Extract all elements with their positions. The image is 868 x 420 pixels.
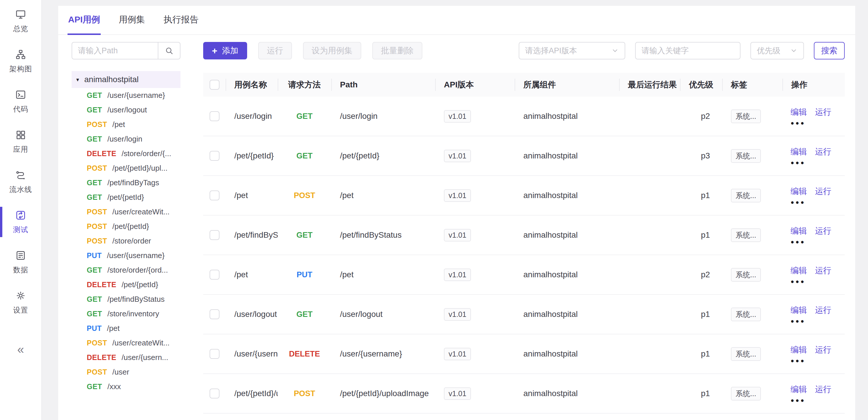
sidebar-item-settings[interactable]: 设置 [0, 288, 41, 316]
run-link[interactable]: 运行 [815, 107, 831, 118]
tree-item[interactable]: POST /user [72, 365, 181, 379]
sidebar-item-architecture[interactable]: 架构图 [0, 47, 41, 75]
sidebar-item-test[interactable]: 测试 [0, 208, 41, 236]
code-icon [15, 89, 26, 101]
more-icon[interactable]: ●●● [790, 160, 805, 166]
edit-link[interactable]: 编辑 [790, 226, 807, 237]
tree-item[interactable]: PUT /pet [72, 321, 181, 335]
tag-badge[interactable]: 系统... [731, 189, 761, 203]
table-row: /pet/{petId}/u... POST /pet/{petId}/uplo… [203, 374, 845, 414]
cell-last-result [619, 215, 680, 254]
tree-item-method: DELETE [87, 149, 117, 158]
more-icon[interactable]: ●●● [790, 397, 805, 403]
tree-item-method: GET [87, 383, 102, 391]
tree-root-animalhostpital[interactable]: ▾ animalhostpital [72, 71, 181, 88]
path-search-button[interactable] [158, 42, 181, 59]
table-row: /user/{userna... DELETE /user/{username}… [203, 334, 845, 374]
set-suite-button[interactable]: 设为用例集 [303, 42, 361, 59]
edit-link[interactable]: 编辑 [790, 186, 807, 197]
tree-item[interactable]: PUT /user/{username} [72, 248, 181, 263]
tree-item[interactable]: POST /user/createWit... [72, 205, 181, 219]
tree-item[interactable]: GET /store/inventory [72, 306, 181, 321]
run-link[interactable]: 运行 [815, 344, 831, 355]
cell-last-result [619, 136, 680, 175]
tree-item[interactable]: DELETE /pet/{petId} [72, 277, 181, 292]
sidebar-item-monitor[interactable]: 总览 [0, 7, 41, 35]
more-icon[interactable]: ●●● [790, 120, 805, 126]
tree-item[interactable]: GET /pet/findByStatus [72, 292, 181, 306]
tree-item[interactable]: GET /xxx [72, 379, 181, 394]
api-version-select[interactable]: 请选择API版本 [519, 42, 625, 59]
run-link[interactable]: 运行 [815, 384, 831, 395]
sidebar-item-code[interactable]: 代码 [0, 87, 41, 115]
more-icon[interactable]: ●●● [790, 278, 805, 284]
tree-item[interactable]: DELETE /store/order/{... [72, 146, 181, 161]
tree-item[interactable]: POST /pet/{petId}/upl... [72, 161, 181, 175]
tree-item[interactable]: GET /pet/{petId} [72, 190, 181, 205]
path-search-input[interactable] [72, 42, 158, 59]
tag-badge[interactable]: 系统... [731, 228, 761, 242]
cell-last-result [619, 334, 680, 373]
row-checkbox[interactable] [210, 111, 219, 121]
select-all-checkbox[interactable] [210, 80, 219, 90]
sidebar-item-label: 架构图 [9, 64, 32, 74]
run-link[interactable]: 运行 [815, 226, 831, 237]
tag-badge[interactable]: 系统... [731, 307, 761, 321]
edit-link[interactable]: 编辑 [790, 146, 807, 157]
row-checkbox[interactable] [210, 309, 219, 319]
run-link[interactable]: 运行 [815, 305, 831, 316]
tree-root-label: animalhostpital [85, 75, 139, 84]
collapse-sidebar-icon[interactable]: « [0, 342, 41, 357]
row-checkbox[interactable] [210, 230, 219, 240]
more-icon[interactable]: ●●● [790, 239, 805, 245]
more-icon[interactable]: ●●● [790, 199, 805, 205]
sidebar-item-data[interactable]: 数据 [0, 248, 41, 276]
edit-link[interactable]: 编辑 [790, 305, 807, 316]
tree-item[interactable]: POST /user/createWit... [72, 335, 181, 350]
tree-item[interactable]: GET /user/logout [72, 102, 181, 117]
run-link[interactable]: 运行 [815, 146, 831, 157]
tree-item[interactable]: POST /pet/{petId} [72, 219, 181, 234]
run-button[interactable]: 运行 [258, 42, 292, 59]
tag-badge[interactable]: 系统... [731, 110, 761, 123]
row-checkbox[interactable] [210, 190, 219, 200]
edit-link[interactable]: 编辑 [790, 384, 807, 395]
edit-link[interactable]: 编辑 [790, 107, 807, 118]
tab-用例集[interactable]: 用例集 [118, 6, 146, 35]
tree-item[interactable]: GET /pet/findByTags [72, 175, 181, 190]
tag-badge[interactable]: 系统... [731, 268, 761, 282]
tree-item[interactable]: DELETE /user/{usern... [72, 350, 181, 365]
tree-item[interactable]: POST /store/order [72, 234, 181, 248]
edit-link[interactable]: 编辑 [790, 344, 807, 355]
row-checkbox[interactable] [210, 389, 219, 398]
more-icon[interactable]: ●●● [790, 318, 805, 324]
tree-item[interactable]: GET /user/login [72, 132, 181, 146]
keyword-input[interactable] [635, 42, 741, 59]
priority-select[interactable]: 优先级 [750, 42, 804, 59]
tree-item[interactable]: POST /pet [72, 117, 181, 132]
run-link[interactable]: 运行 [815, 186, 831, 197]
search-button[interactable]: 搜索 [814, 42, 845, 59]
sidebar-item-apps[interactable]: 应用 [0, 127, 41, 155]
more-icon[interactable]: ●●● [790, 358, 805, 363]
sidebar-item-pipeline[interactable]: 流水线 [0, 168, 41, 196]
apps-icon [15, 129, 26, 142]
tree-item[interactable]: GET /user/{username} [72, 88, 181, 102]
row-checkbox[interactable] [210, 151, 219, 161]
edit-link[interactable]: 编辑 [790, 265, 807, 276]
chevron-down-icon [611, 47, 619, 55]
tab-执行报告[interactable]: 执行报告 [163, 6, 199, 35]
row-checkbox[interactable] [210, 349, 219, 359]
add-button[interactable]: + 添加 [203, 42, 247, 59]
batch-delete-button[interactable]: 批量删除 [372, 42, 422, 59]
tree-item-method: GET [87, 193, 102, 202]
tag-badge[interactable]: 系统... [731, 347, 761, 361]
tag-badge[interactable]: 系统... [731, 387, 761, 400]
tree-item[interactable]: GET /store/order/{ord... [72, 263, 181, 277]
tab-API用例[interactable]: API用例 [67, 6, 101, 35]
monitor-icon [15, 9, 26, 21]
tag-badge[interactable]: 系统... [731, 149, 761, 163]
row-checkbox[interactable] [210, 270, 219, 280]
run-link[interactable]: 运行 [815, 265, 831, 276]
cell-case-name: /user/logout [225, 295, 278, 334]
